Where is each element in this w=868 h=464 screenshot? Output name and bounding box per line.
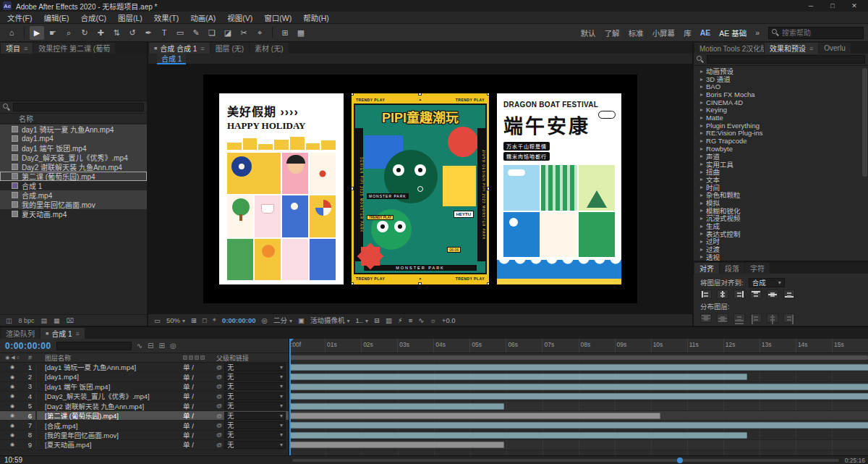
menu-help[interactable]: 帮助(H) — [297, 12, 335, 23]
scrollbar[interactable] — [862, 68, 867, 177]
tab-timeline-comp[interactable]: ■ 合成 1 ≡ — [41, 328, 85, 339]
workspace-overflow-icon[interactable]: » — [755, 28, 760, 37]
zoom-tool-icon[interactable]: ⌕ — [61, 26, 76, 40]
effect-category[interactable]: 过渡 — [694, 245, 868, 253]
workspace-standard[interactable]: 标准 — [629, 28, 644, 38]
layer-switches[interactable]: 单 / — [183, 391, 216, 401]
eye-icon[interactable]: ◉ — [10, 384, 14, 389]
effect-category[interactable]: 实用工具 — [694, 160, 868, 168]
layer-row[interactable]: ◉ 1 [day1 骑玩一夏 九鱼Ann.mp4] 单 / @无 — [0, 363, 289, 372]
maximize-button[interactable]: □ — [822, 0, 843, 12]
selection-tool-icon[interactable]: ▶ — [30, 26, 44, 40]
exposure-value[interactable]: +0.0 — [442, 316, 456, 324]
effect-category[interactable]: Boris FX Mocha — [694, 90, 868, 98]
work-area-bar[interactable] — [289, 355, 868, 360]
grid-options-icon[interactable]: ⊞ — [278, 26, 292, 40]
layer-duration-bar[interactable] — [290, 374, 747, 380]
effect-category[interactable]: 杂色和颗粒 — [694, 191, 868, 199]
pan-camera-tool-icon[interactable]: ✚ — [93, 26, 108, 40]
project-item[interactable]: Day2_解天装_置儿《优秀》.mp4 — [0, 153, 147, 162]
tab-effect-controls[interactable]: 效果控件 第二课 (葡萄 — [33, 43, 115, 54]
parent-link-column-label[interactable]: 父级和链接 — [216, 353, 289, 363]
layer-row[interactable]: ◉ 5 [Day2 谢联解天装 九鱼Ann.mp4] 单 / @无 — [0, 402, 289, 411]
menu-layer[interactable]: 图层(L) — [112, 12, 148, 23]
eye-icon[interactable]: ◉ — [10, 364, 14, 370]
parent-pickwhip-icon[interactable]: @ — [216, 413, 222, 419]
time-ruler[interactable]: :00f 01s 02s 03s 04s 05s 06s 07s 08s 09s… — [289, 339, 868, 353]
distribute-top-icon[interactable] — [700, 313, 712, 323]
align-right-icon[interactable] — [733, 290, 745, 299]
panel-menu-icon[interactable]: ≡ — [200, 45, 204, 52]
eye-column-icon[interactable]: ◉ — [5, 355, 9, 360]
tab-footage[interactable]: 素材 (无) — [250, 43, 288, 54]
layer-switches[interactable]: 单 / — [183, 410, 216, 421]
resolution-dropdown[interactable]: 二分 — [273, 315, 292, 325]
selection-handle[interactable] — [352, 187, 354, 190]
parent-dropdown[interactable]: 无 — [224, 441, 286, 449]
menu-edit[interactable]: 编辑(E) — [38, 12, 75, 23]
menu-composition[interactable]: 合成(C) — [75, 12, 112, 23]
project-item[interactable]: 夏天动画.mp4 — [0, 209, 147, 219]
layer-row[interactable]: ◉ 3 [day1 端午 饭团.mp4] 单 / @无 — [0, 382, 289, 392]
motion-blur-icon[interactable]: ◎ — [170, 342, 176, 350]
menu-effect[interactable]: 效果(T) — [148, 12, 184, 23]
effect-category[interactable]: 沉浸式视频 — [694, 214, 868, 222]
parent-dropdown[interactable]: 无 — [224, 402, 286, 410]
parent-pickwhip-icon[interactable]: @ — [216, 402, 222, 409]
tab-render-queue[interactable]: 渲染队列 — [1, 328, 40, 339]
effects-search-input[interactable] — [707, 55, 865, 64]
layer-switches[interactable]: 单 / — [183, 363, 216, 372]
parent-dropdown[interactable]: 无 — [224, 431, 286, 439]
close-button[interactable]: ✕ — [843, 0, 865, 12]
roi-icon[interactable]: ▣ — [298, 316, 305, 324]
new-folder-icon[interactable]: ▤ — [41, 317, 48, 324]
frame-blend-icon[interactable]: ⊞ — [159, 342, 165, 350]
parent-dropdown[interactable]: 无 — [224, 382, 286, 390]
layer-duration-bar[interactable] — [290, 393, 868, 400]
poster-pipi-trendy-play[interactable]: TRENDY PLAY ✦ TRENDY PLAY PIPI童趣潮玩 DESIG… — [352, 93, 489, 284]
time-navigator-handle[interactable] — [677, 457, 683, 463]
draft-3d-icon[interactable]: ⊟ — [148, 342, 153, 350]
selection-handle[interactable] — [487, 282, 489, 284]
viewer-timecode[interactable]: 0:00:00:00 — [222, 316, 255, 324]
menu-animation[interactable]: 动画(A) — [184, 12, 221, 23]
layer-row[interactable]: ◉ 4 [Day2_解天装_置儿《优秀》.mp4] 单 / @无 — [0, 392, 289, 401]
rotation-tool-icon[interactable]: ↺ — [125, 26, 140, 40]
panel-menu-icon[interactable]: ≡ — [809, 45, 813, 52]
parent-pickwhip-icon[interactable]: @ — [216, 383, 222, 389]
label-color-chip[interactable] — [35, 430, 37, 439]
label-color-chip[interactable] — [35, 381, 37, 391]
parent-dropdown[interactable]: 无 — [224, 412, 286, 420]
current-time-indicator[interactable] — [289, 339, 291, 455]
tab-project[interactable]: 项目 ≡ — [1, 43, 33, 54]
timeline-track-area[interactable]: :00f 01s 02s 03s 04s 05s 06s 07s 08s 09s… — [289, 339, 868, 455]
composition-canvas[interactable]: 美好假期 ›››› HAPPY HOLIDAY — [203, 75, 637, 303]
effect-category[interactable]: Matte — [694, 114, 868, 122]
layer-duration-bar[interactable] — [290, 364, 868, 371]
eye-icon[interactable]: ◉ — [10, 403, 14, 409]
tab-character[interactable]: 字符 — [745, 263, 770, 274]
project-item[interactable]: day1 端午 饭团.mp4 — [0, 143, 147, 153]
switch-column-icons[interactable] — [183, 355, 216, 360]
selection-handle[interactable] — [418, 93, 422, 96]
puppet-pin-tool-icon[interactable]: ⌖ — [252, 26, 267, 40]
layer-duration-bar[interactable] — [290, 413, 660, 419]
effect-category[interactable]: BAO — [694, 83, 868, 90]
parent-pickwhip-icon[interactable]: @ — [216, 393, 222, 400]
tab-motion-tools[interactable]: Motion Tools 2汉化版 — [694, 43, 764, 54]
panel-menu-icon[interactable]: ≡ — [76, 330, 80, 337]
fast-preview-icon[interactable]: ⚡ — [398, 316, 403, 324]
selection-handle[interactable] — [487, 187, 489, 190]
effect-category[interactable]: 文本 — [694, 176, 868, 184]
project-item[interactable]: day1 骑玩一夏 九鱼Ann.mp4 — [0, 125, 147, 134]
parent-pickwhip-icon[interactable]: @ — [216, 431, 222, 438]
label-color-chip[interactable] — [35, 401, 37, 410]
label-color-chip[interactable] — [35, 440, 37, 450]
eraser-tool-icon[interactable]: ◪ — [221, 26, 235, 40]
shape-tool-icon[interactable]: ▭ — [173, 26, 187, 40]
layer-switches[interactable]: 单 / — [183, 430, 216, 440]
layer-switches[interactable]: 单 / — [183, 439, 216, 450]
eye-icon[interactable]: ◉ — [10, 413, 14, 418]
target-icon[interactable]: ⌖ — [213, 316, 216, 324]
delete-icon[interactable]: ⌧ — [67, 317, 74, 324]
